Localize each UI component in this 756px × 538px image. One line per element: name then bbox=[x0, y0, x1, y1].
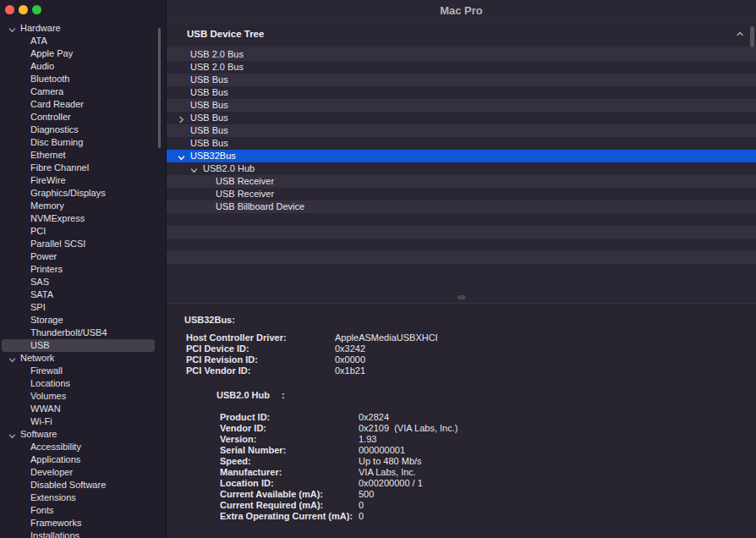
sidebar-item-ata[interactable]: ATA bbox=[0, 35, 166, 47]
sidebar-item-fonts[interactable]: Fonts bbox=[0, 504, 166, 517]
detail-fields: Host Controller Driver:AppleASMediaUSBXH… bbox=[167, 332, 756, 376]
sidebar-section-label: Hardware bbox=[20, 23, 61, 33]
detail-device-colon: : bbox=[282, 390, 285, 400]
detail-field: Serial Number:000000001 bbox=[220, 445, 756, 456]
sidebar-section-hardware[interactable]: Hardware bbox=[0, 22, 166, 35]
sidebar-item-audio[interactable]: Audio bbox=[0, 60, 166, 73]
sidebar-section-network[interactable]: Network bbox=[0, 352, 166, 365]
sidebar: HardwareATAApple PayAudioBluetoothCamera… bbox=[0, 0, 167, 538]
sidebar-item-disc-burning[interactable]: Disc Burning bbox=[0, 136, 166, 149]
tree-row-usb-receiver[interactable]: USB Receiver bbox=[167, 188, 756, 200]
detail-field-label: Product ID: bbox=[220, 412, 359, 423]
detail-field-value: 0x0000 bbox=[335, 354, 365, 365]
splitter-handle-icon[interactable] bbox=[457, 295, 466, 299]
sidebar-item-spi[interactable]: SPI bbox=[0, 301, 166, 314]
sidebar-item-controller[interactable]: Controller bbox=[0, 111, 166, 124]
sidebar-item-installations[interactable]: Installations bbox=[0, 530, 166, 538]
minimize-window-icon[interactable] bbox=[19, 5, 28, 14]
tree-row-usb-bus[interactable]: USB Bus bbox=[167, 74, 756, 86]
sidebar-item-label: SAS bbox=[30, 276, 166, 288]
sidebar-item-label: Disc Burning bbox=[30, 136, 166, 149]
zoom-window-icon[interactable] bbox=[32, 5, 41, 14]
sidebar-item-sata[interactable]: SATA bbox=[0, 288, 166, 301]
sidebar-item-card-reader[interactable]: Card Reader bbox=[0, 98, 166, 111]
chevron-up-icon[interactable] bbox=[736, 30, 744, 40]
sidebar-item-usb[interactable]: USB bbox=[2, 339, 155, 352]
sidebar-item-label: Ethernet bbox=[30, 149, 166, 162]
detail-field: Vendor ID:0x2109 (VIA Labs, Inc.) bbox=[220, 423, 756, 434]
tree-scrollbar[interactable] bbox=[750, 26, 754, 47]
sidebar-item-disabled-software[interactable]: Disabled Software bbox=[0, 479, 166, 491]
detail-field-value: 0x3242 bbox=[335, 343, 365, 354]
sidebar-item-extensions[interactable]: Extensions bbox=[0, 491, 166, 504]
detail-field-label: Current Available (mA): bbox=[220, 489, 359, 500]
sidebar-item-camera[interactable]: Camera bbox=[0, 85, 166, 98]
tree-row-label: USB Bus bbox=[190, 124, 756, 137]
tree-row-usb-2-0-bus[interactable]: USB 2.0 Bus bbox=[167, 48, 756, 61]
sidebar-item-diagnostics[interactable]: Diagnostics bbox=[0, 124, 166, 136]
sidebar-item-label: Diagnostics bbox=[30, 124, 166, 136]
sidebar-item-apple-pay[interactable]: Apple Pay bbox=[0, 47, 166, 60]
sidebar-item-label: FireWire bbox=[30, 174, 166, 187]
sidebar-item-printers[interactable]: Printers bbox=[0, 263, 166, 276]
sidebar-section-label: Software bbox=[20, 429, 57, 439]
device-tree-list: USB 2.0 BusUSB 2.0 BusUSB BusUSB BusUSB … bbox=[167, 48, 756, 284]
sidebar-item-label: Disabled Software bbox=[30, 479, 166, 491]
sidebar-item-pci[interactable]: PCI bbox=[0, 225, 166, 238]
sidebar-item-frameworks[interactable]: Frameworks bbox=[0, 517, 166, 530]
close-window-icon[interactable] bbox=[5, 5, 14, 14]
sidebar-item-thunderbolt-usb4[interactable]: Thunderbolt/USB4 bbox=[0, 327, 166, 339]
tree-row-usb-2-0-bus[interactable]: USB 2.0 Bus bbox=[167, 61, 756, 74]
sidebar-item-fibre-channel[interactable]: Fibre Channel bbox=[0, 162, 166, 174]
tree-row-usb32bus[interactable]: USB32Bus bbox=[167, 150, 756, 162]
tree-row-usb2-0-hub[interactable]: USB2.0 Hub bbox=[167, 162, 756, 175]
sidebar-item-memory[interactable]: Memory bbox=[0, 200, 166, 212]
detail-field-value: 0x2109 (VIA Labs, Inc.) bbox=[359, 423, 457, 434]
tree-row-empty bbox=[167, 226, 756, 239]
sidebar-item-ethernet[interactable]: Ethernet bbox=[0, 149, 166, 162]
tree-row-usb-bus[interactable]: USB Bus bbox=[167, 137, 756, 150]
detail-field-label: Speed: bbox=[220, 456, 359, 467]
tree-row-usb-billboard-device[interactable]: USB Billboard Device bbox=[167, 200, 756, 213]
sidebar-item-wwan[interactable]: WWAN bbox=[0, 403, 166, 415]
sidebar-item-label: Accessibility bbox=[30, 441, 166, 453]
detail-field-value: Up to 480 Mb/s bbox=[359, 456, 422, 467]
tree-row-empty bbox=[167, 239, 756, 251]
sidebar-scrollbar[interactable] bbox=[158, 28, 161, 148]
tree-row-usb-bus[interactable]: USB Bus bbox=[167, 99, 756, 112]
sidebar-item-parallel-scsi[interactable]: Parallel SCSI bbox=[0, 238, 166, 250]
sidebar-item-storage[interactable]: Storage bbox=[0, 314, 166, 327]
window-controls bbox=[5, 5, 41, 14]
sidebar-item-volumes[interactable]: Volumes bbox=[0, 390, 166, 403]
sidebar-item-firewall[interactable]: Firewall bbox=[0, 365, 166, 377]
pane-splitter[interactable] bbox=[167, 284, 756, 303]
sidebar-item-sas[interactable]: SAS bbox=[0, 276, 166, 288]
sidebar-section-software[interactable]: Software bbox=[0, 428, 166, 441]
tree-row-usb-bus[interactable]: USB Bus bbox=[167, 112, 756, 124]
sidebar-item-label: Applications bbox=[30, 453, 166, 466]
sidebar-item-label: Parallel SCSI bbox=[30, 238, 166, 250]
tree-row-usb-bus[interactable]: USB Bus bbox=[167, 86, 756, 99]
titlebar[interactable]: Mac Pro bbox=[167, 0, 756, 21]
tree-row-empty bbox=[167, 213, 756, 226]
sidebar-item-graphics-displays[interactable]: Graphics/Displays bbox=[0, 187, 166, 200]
sidebar-item-nvmexpress[interactable]: NVMExpress bbox=[0, 212, 166, 225]
detail-field-label: PCI Device ID: bbox=[186, 343, 335, 354]
sidebar-item-label: ATA bbox=[30, 35, 166, 47]
detail-field-label: PCI Revision ID: bbox=[186, 354, 335, 365]
tree-row-usb-bus[interactable]: USB Bus bbox=[167, 124, 756, 137]
sidebar-item-bluetooth[interactable]: Bluetooth bbox=[0, 73, 166, 85]
sidebar-item-label: Power bbox=[30, 250, 166, 263]
sidebar-item-wi-fi[interactable]: Wi-Fi bbox=[0, 415, 166, 428]
sidebar-item-accessibility[interactable]: Accessibility bbox=[0, 441, 166, 453]
sidebar-item-power[interactable]: Power bbox=[0, 250, 166, 263]
detail-field-value: VIA Labs, Inc. bbox=[359, 467, 416, 478]
device-tree-header[interactable]: USB Device Tree bbox=[167, 21, 756, 47]
sidebar-item-applications[interactable]: Applications bbox=[0, 453, 166, 466]
sidebar-item-locations[interactable]: Locations bbox=[0, 377, 166, 390]
sidebar-item-firewire[interactable]: FireWire bbox=[0, 174, 166, 187]
sidebar-item-developer[interactable]: Developer bbox=[0, 466, 166, 479]
detail-field-label: Serial Number: bbox=[220, 445, 359, 456]
detail-field: Current Available (mA):500 bbox=[220, 489, 756, 500]
tree-row-usb-receiver[interactable]: USB Receiver bbox=[167, 175, 756, 188]
